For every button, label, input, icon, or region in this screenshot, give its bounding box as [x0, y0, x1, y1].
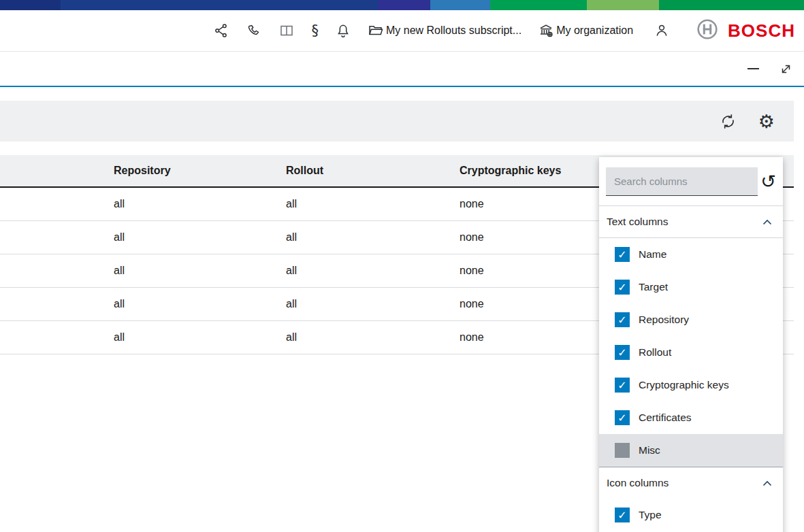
cell-repository: all — [114, 331, 286, 344]
column-header-repository[interactable]: Repository — [114, 165, 286, 177]
column-toggle-label: Cryptographic keys — [639, 379, 729, 391]
section-icon-columns[interactable]: Icon columns — [599, 467, 783, 499]
cell-rollout: all — [286, 298, 460, 310]
phone-icon[interactable] — [246, 22, 262, 39]
expand-icon[interactable] — [779, 63, 792, 76]
table-toolbar: ⚙ — [0, 101, 794, 142]
organization-switcher[interactable]: My organization — [538, 22, 633, 39]
search-columns-input[interactable] — [606, 167, 758, 196]
column-toggle-label: Type — [639, 509, 662, 521]
checkbox[interactable] — [615, 312, 630, 327]
cell-rollout: all — [286, 265, 460, 277]
panel-search-row: ↺ — [599, 157, 783, 206]
column-header-rollout[interactable]: Rollout — [286, 165, 460, 177]
column-toggle-label: Name — [639, 248, 666, 261]
column-toggle-label: Certificates — [639, 412, 692, 424]
organization-bank-icon — [538, 22, 554, 39]
column-toggle-cryptographic-keys[interactable]: Cryptographic keys — [599, 369, 783, 401]
checkbox[interactable] — [615, 280, 630, 295]
section-title: Text columns — [607, 216, 668, 228]
cell-repository: all — [114, 198, 286, 210]
cell-repository: all — [114, 298, 286, 310]
checkbox[interactable] — [615, 443, 630, 458]
column-toggle-label: Rollout — [639, 346, 671, 359]
chevron-up-icon — [762, 216, 772, 228]
legal-paragraph-icon[interactable]: § — [311, 24, 319, 38]
share-icon[interactable] — [213, 22, 229, 39]
checkbox[interactable] — [615, 508, 630, 522]
section-title: Icon columns — [607, 477, 669, 489]
app-header: § My new Rollouts subscript... My organi… — [0, 10, 804, 52]
checkbox[interactable] — [615, 247, 630, 262]
settings-gear-icon[interactable]: ⚙ — [758, 112, 775, 131]
columns-layout-icon[interactable] — [278, 22, 295, 39]
column-toggle-certificates[interactable]: Certificates — [599, 401, 783, 434]
column-toggle-label: Misc — [639, 444, 660, 456]
column-toggle-repository[interactable]: Repository — [599, 303, 783, 336]
chevron-up-icon — [762, 477, 772, 489]
column-toggle-target[interactable]: Target — [599, 271, 783, 303]
bosch-wordmark: BOSCH — [728, 20, 795, 41]
subscription-switcher[interactable]: My new Rollouts subscript... — [368, 22, 521, 39]
column-settings-panel: ↺ Text columns Name Target Repository Ro… — [599, 157, 783, 532]
reset-columns-icon[interactable]: ↺ — [758, 172, 779, 190]
main-content: ⚙ Repository Rollout Cryptographic keys … — [0, 101, 804, 532]
column-toggle-label: Target — [639, 281, 668, 293]
checkbox[interactable] — [615, 345, 630, 360]
notifications-bell-icon[interactable] — [335, 22, 351, 39]
widget-window-bar — [0, 52, 804, 87]
column-toggle-type[interactable]: Type — [599, 499, 783, 531]
user-account-icon[interactable] — [654, 22, 670, 39]
bosch-anchor-icon — [696, 18, 719, 44]
column-toggle-label: Repository — [639, 314, 689, 326]
cell-repository: all — [114, 265, 286, 277]
column-toggle-name[interactable]: Name — [599, 238, 783, 271]
section-text-columns[interactable]: Text columns — [599, 206, 783, 238]
folder-icon — [368, 22, 384, 39]
column-toggle-misc[interactable]: Misc — [599, 434, 783, 467]
bosch-logo: BOSCH — [696, 18, 795, 44]
cell-rollout: all — [286, 198, 460, 210]
subscription-label: My new Rollouts subscript... — [386, 24, 521, 37]
checkbox[interactable] — [615, 378, 630, 393]
refresh-icon[interactable] — [720, 113, 737, 130]
column-toggle-rollout[interactable]: Rollout — [599, 336, 783, 369]
cell-rollout: all — [286, 331, 460, 344]
minimize-icon[interactable] — [747, 68, 759, 69]
cell-repository: all — [114, 231, 286, 244]
cell-rollout: all — [286, 231, 460, 244]
bosch-supergraphic — [0, 0, 804, 10]
checkbox[interactable] — [615, 410, 630, 425]
organization-label: My organization — [556, 24, 633, 37]
